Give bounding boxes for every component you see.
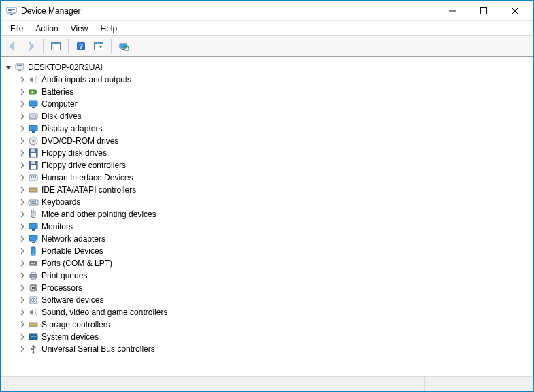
tree-category-label: Mice and other pointing devices — [40, 210, 158, 219]
expand-icon[interactable] — [18, 125, 27, 133]
expand-icon[interactable] — [18, 333, 27, 341]
tree-category-node[interactable]: Print queues — [17, 270, 531, 282]
printer-icon — [28, 270, 39, 281]
tree-root-node[interactable]: DESKTOP-02R2UAI — [3, 61, 531, 74]
tree-category-node[interactable]: System devices — [17, 331, 531, 343]
maximize-button[interactable] — [468, 1, 499, 21]
forward-button[interactable] — [22, 38, 39, 54]
tree-category-label: Print queues — [40, 271, 88, 280]
expand-icon[interactable] — [18, 259, 27, 267]
tree-category-label: Keyboards — [40, 197, 82, 207]
expand-icon[interactable] — [18, 223, 27, 231]
collapse-icon[interactable] — [5, 63, 13, 71]
expand-icon[interactable] — [18, 100, 27, 108]
svg-rect-22 — [18, 70, 21, 71]
app-icon — [6, 5, 17, 16]
mouse-icon — [28, 209, 39, 220]
action-button[interactable] — [90, 38, 107, 54]
tree-category-node[interactable]: Mice and other pointing devices — [17, 208, 531, 220]
back-button[interactable] — [5, 38, 21, 54]
tree-category-node[interactable]: Network adapters — [17, 233, 531, 245]
expand-icon[interactable] — [18, 112, 27, 120]
show-hide-tree-button[interactable] — [48, 38, 64, 54]
tree-category-node[interactable]: Display adapters — [17, 122, 531, 135]
expand-icon[interactable] — [18, 235, 27, 243]
expand-icon[interactable] — [18, 174, 27, 182]
menu-help[interactable]: Help — [95, 22, 123, 35]
tree-category-node[interactable]: IDE ATA/ATAPI controllers — [17, 184, 531, 196]
tree-category-label: Floppy drive controllers — [40, 161, 127, 170]
usb-icon — [28, 344, 39, 355]
svg-rect-10 — [52, 44, 54, 50]
tree-category-node[interactable]: Disk drives — [17, 110, 531, 122]
battery-icon — [28, 86, 39, 97]
port-icon — [28, 258, 39, 269]
controller-icon — [28, 184, 39, 195]
tree-category-label: Batteries — [40, 87, 75, 97]
expand-icon[interactable] — [18, 76, 27, 84]
tree-category-node[interactable]: Monitors — [17, 220, 531, 233]
device-tree-pane[interactable]: DESKTOP-02R2UAI Audio inputs and outputs… — [1, 56, 533, 376]
controller-icon — [28, 319, 39, 330]
scan-hardware-button[interactable] — [116, 38, 132, 54]
menu-action[interactable]: Action — [30, 22, 63, 35]
expand-icon[interactable] — [18, 296, 27, 304]
expand-icon[interactable] — [18, 247, 27, 255]
tree-category-node[interactable]: Software devices — [17, 294, 531, 306]
expand-icon[interactable] — [18, 149, 27, 157]
minimize-button[interactable] — [437, 1, 468, 21]
window-controls — [437, 1, 531, 21]
expand-icon[interactable] — [18, 284, 27, 292]
tree-category-label: Sound, video and game controllers — [40, 308, 169, 317]
tree-category-node[interactable]: Human Interface Devices — [17, 172, 531, 184]
tree-category-node[interactable]: Floppy disk drives — [17, 147, 531, 159]
software-icon — [28, 295, 39, 306]
device-tree: DESKTOP-02R2UAI Audio inputs and outputs… — [3, 61, 531, 355]
expand-icon[interactable] — [18, 198, 27, 206]
tree-category-node[interactable]: Portable Devices — [17, 245, 531, 257]
tree-category-label: Network adapters — [40, 234, 107, 244]
svg-rect-14 — [95, 42, 103, 44]
cpu-icon — [28, 282, 39, 293]
tree-category-node[interactable]: Audio inputs and outputs — [17, 74, 531, 86]
menu-file[interactable]: File — [5, 22, 29, 35]
tree-category-node[interactable]: Computer — [17, 98, 531, 110]
expand-icon[interactable] — [18, 88, 27, 96]
expand-icon[interactable] — [18, 210, 27, 218]
svg-rect-16 — [122, 49, 124, 50]
tree-category-node[interactable]: Keyboards — [17, 196, 531, 208]
tree-category-label: Floppy disk drives — [40, 148, 108, 158]
tree-category-node[interactable]: DVD/CD-ROM drives — [17, 135, 531, 147]
expand-icon[interactable] — [18, 308, 27, 316]
tree-category-node[interactable]: Processors — [17, 282, 531, 294]
tree-category-node[interactable]: Sound, video and game controllers — [17, 306, 531, 318]
tree-category-node[interactable]: Universal Serial Bus controllers — [17, 343, 531, 355]
tree-category-node[interactable]: Floppy drive controllers — [17, 159, 531, 172]
close-button[interactable] — [499, 1, 531, 21]
svg-text:?: ? — [79, 43, 83, 50]
menu-view[interactable]: View — [65, 22, 94, 35]
tree-category-node[interactable]: Storage controllers — [17, 318, 531, 331]
portable-icon — [28, 246, 39, 257]
tree-category-node[interactable]: Batteries — [17, 86, 531, 98]
toolbar-separator — [43, 39, 44, 53]
tree-category-label: Monitors — [40, 222, 74, 231]
tree-category-node[interactable]: Ports (COM & LPT) — [17, 257, 531, 270]
tree-root-label: DESKTOP-02R2UAI — [27, 63, 104, 72]
tree-category-label: Audio inputs and outputs — [40, 75, 133, 84]
expand-icon[interactable] — [18, 137, 27, 145]
expand-icon[interactable] — [18, 272, 27, 280]
expand-icon[interactable] — [18, 161, 27, 169]
toolbar-separator — [68, 39, 69, 53]
svg-rect-5 — [481, 7, 487, 14]
menu-bar: File Action View Help — [1, 21, 533, 36]
tree-category-label: Storage controllers — [40, 320, 112, 329]
expand-icon[interactable] — [18, 345, 27, 353]
help-button[interactable]: ? — [73, 38, 89, 54]
expand-icon[interactable] — [18, 321, 27, 329]
system-icon — [28, 331, 39, 342]
svg-rect-2 — [8, 10, 12, 11]
disk-icon — [28, 111, 39, 122]
tree-category-label: Universal Serial Bus controllers — [40, 344, 156, 354]
expand-icon[interactable] — [18, 186, 27, 194]
